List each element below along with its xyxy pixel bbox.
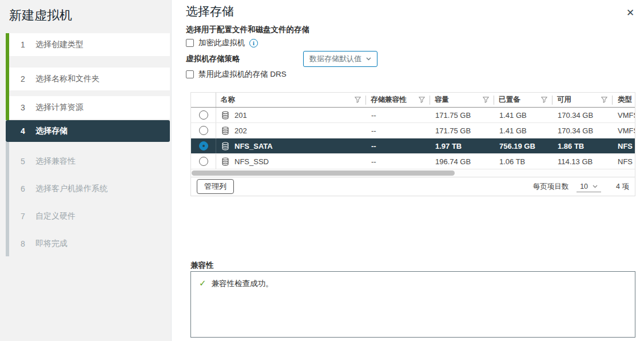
step-number: 3 <box>18 103 27 112</box>
column-label: 已置备 <box>499 95 520 105</box>
chevron-down-icon <box>593 185 598 188</box>
disable-drs-checkbox[interactable] <box>186 70 194 78</box>
check-success-icon: ✓ <box>199 279 206 287</box>
column-label: 名称 <box>221 95 235 105</box>
header-free: 可用 <box>552 96 613 105</box>
sidebar-step-7: 7 自定义硬件 <box>9 204 170 229</box>
step-label: 即将完成 <box>35 239 67 249</box>
column-label: 可用 <box>557 95 571 105</box>
total-items: 4 项 <box>616 182 629 192</box>
cell-provisioned: 1.41 GB <box>494 111 552 120</box>
datastore-icon <box>221 126 229 135</box>
cell-free: 114.13 GB <box>552 157 613 166</box>
step-label: 选择客户机操作系统 <box>35 184 108 194</box>
column-label: 存储兼容性 <box>371 95 407 105</box>
sidebar-step-3[interactable]: 3 选择计算资源 <box>9 96 170 119</box>
filter-icon[interactable] <box>541 97 547 103</box>
datastore-icon <box>221 157 229 166</box>
step-label: 选择名称和文件夹 <box>35 74 100 84</box>
compatibility-box: ✓ 兼容性检查成功。 <box>190 271 635 338</box>
step-number: 1 <box>18 40 27 49</box>
sidebar-step-4-current[interactable]: 4 选择存储 <box>6 120 170 142</box>
disable-drs-row: 禁用此虚拟机的存储 DRS <box>186 69 287 80</box>
cell-storage-compat: -- <box>366 157 430 166</box>
step-label: 选择计算资源 <box>35 102 84 113</box>
header-storage-compat: 存储兼容性 <box>366 96 430 105</box>
encrypt-vm-checkbox[interactable] <box>186 39 194 47</box>
step-label: 选择创建类型 <box>35 39 84 50</box>
encrypt-vm-label: 加密此虚拟机 <box>198 38 245 48</box>
storage-subtitle: 选择用于配置文件和磁盘文件的存储 <box>186 25 309 35</box>
datastore-name: 201 <box>234 111 247 120</box>
datastore-row-nfs-ssd[interactable]: NFS_SSD -- 196.74 GB 1.06 TB 114.13 GB N… <box>191 154 635 169</box>
header-capacity: 容量 <box>430 96 494 105</box>
filter-icon[interactable] <box>355 97 361 103</box>
header-name: 名称 <box>216 96 366 105</box>
column-label: 类型 <box>618 95 632 105</box>
row-radio[interactable] <box>199 110 208 120</box>
datastore-table: 名称 存储兼容性 容量 已置备 可用 <box>190 92 635 196</box>
cell-free: 170.34 GB <box>552 126 613 135</box>
header-radio-column <box>191 93 216 107</box>
datastore-name: NFS_SATA <box>234 142 273 150</box>
disable-drs-label: 禁用此虚拟机的存储 DRS <box>198 69 287 80</box>
cell-storage-compat: -- <box>366 126 430 135</box>
cell-type: NFS <box>613 142 635 150</box>
filter-icon[interactable] <box>419 97 425 103</box>
cell-provisioned: 756.19 GB <box>494 142 552 150</box>
step-number: 2 <box>18 74 27 84</box>
cell-capacity: 171.75 GB <box>430 111 494 120</box>
sidebar-step-6: 6 选择客户机操作系统 <box>9 176 170 201</box>
wizard-main-panel: ✕ 选择存储 选择用于配置文件和磁盘文件的存储 加密此虚拟机 i 虚拟机存储策略… <box>172 0 644 341</box>
cell-storage-compat: -- <box>366 111 430 120</box>
encrypt-vm-row: 加密此虚拟机 i <box>186 38 258 48</box>
cell-provisioned: 1.41 GB <box>494 126 552 135</box>
page-title: 选择存储 <box>186 3 234 19</box>
step-label: 选择存储 <box>35 126 67 136</box>
wizard-title: 新建虚拟机 <box>0 0 171 31</box>
sidebar-step-1[interactable]: 1 选择创建类型 <box>9 33 170 56</box>
wizard-sidebar: 新建虚拟机 1 选择创建类型 2 选择名称和文件夹 3 选择计算资源 4 选择存… <box>0 0 172 341</box>
cell-storage-compat: -- <box>366 142 430 150</box>
storage-policy-value: 数据存储默认值 <box>309 54 361 64</box>
new-vm-wizard-dialog: 新建虚拟机 1 选择创建类型 2 选择名称和文件夹 3 选择计算资源 4 选择存… <box>0 0 644 341</box>
close-icon[interactable]: ✕ <box>623 6 637 19</box>
step-number: 8 <box>18 239 27 248</box>
datastore-icon <box>221 111 229 120</box>
step-label: 选择兼容性 <box>35 156 75 166</box>
step-number: 6 <box>18 184 27 193</box>
row-radio[interactable] <box>199 126 208 135</box>
step-number: 5 <box>18 157 27 166</box>
compatibility-message: 兼容性检查成功。 <box>212 279 273 289</box>
storage-policy-label: 虚拟机存储策略 <box>186 54 303 64</box>
manage-columns-button[interactable]: 管理列 <box>197 179 234 194</box>
sidebar-step-5: 5 选择兼容性 <box>9 149 170 174</box>
cell-free: 170.34 GB <box>552 111 613 120</box>
page-size-select[interactable]: 10 <box>577 181 601 192</box>
datastore-row-202[interactable]: 202 -- 171.75 GB 1.41 GB 170.34 GB VMFS <box>191 123 635 138</box>
info-icon[interactable]: i <box>249 39 258 47</box>
sidebar-step-8: 8 即将完成 <box>9 231 170 256</box>
datastore-name: 202 <box>234 126 247 135</box>
cell-capacity: 171.75 GB <box>430 126 494 135</box>
storage-policy-dropdown[interactable]: 数据存储默认值 <box>303 51 377 67</box>
datastore-row-201[interactable]: 201 -- 171.75 GB 1.41 GB 170.34 GB VMFS <box>191 108 635 123</box>
cell-capacity: 196.74 GB <box>430 157 494 166</box>
header-type: 类型 <box>613 96 635 105</box>
datastore-row-nfs-sata-selected[interactable]: NFS_SATA -- 1.97 TB 756.19 GB 1.86 TB NF… <box>191 138 635 154</box>
row-radio-checked[interactable] <box>199 141 208 150</box>
horizontal-scrollbar <box>191 169 635 177</box>
items-per-page-label: 每页项目数 <box>533 182 569 192</box>
column-label: 容量 <box>435 95 449 105</box>
sidebar-step-2[interactable]: 2 选择名称和文件夹 <box>9 68 170 90</box>
cell-free: 1.86 TB <box>552 142 613 150</box>
table-header: 名称 存储兼容性 容量 已置备 可用 <box>191 93 635 108</box>
scrollbar-thumb[interactable] <box>192 170 455 176</box>
cell-capacity: 1.97 TB <box>430 142 494 150</box>
row-radio[interactable] <box>199 157 208 166</box>
filter-icon[interactable] <box>601 97 607 103</box>
filter-icon[interactable] <box>483 97 489 103</box>
datastore-name: NFS_SSD <box>234 157 269 166</box>
cell-type: NFS <box>613 157 635 166</box>
table-footer: 管理列 每页项目数 10 4 项 <box>191 177 635 196</box>
